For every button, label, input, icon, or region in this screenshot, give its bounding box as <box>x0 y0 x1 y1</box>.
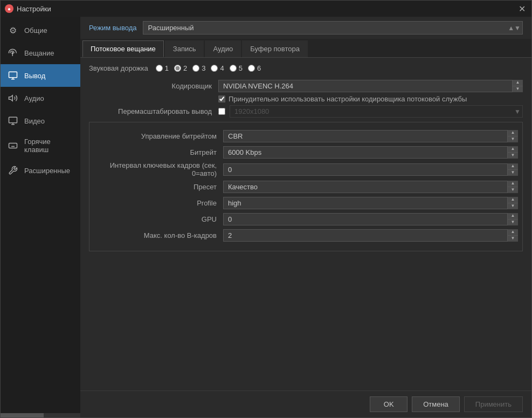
encoder-spin-arrows: ▲ ▼ <box>512 80 523 92</box>
rescale-label: Перемасштабировать вывод <box>89 107 218 115</box>
sidebar-item-advanced[interactable]: Расширенные <box>1 159 80 182</box>
sidebar-item-hotkeys[interactable]: Горячие клавиш <box>1 132 80 159</box>
sidebar-item-output[interactable]: Вывод <box>1 64 80 87</box>
main-area: Режим вывода Простой Расширенный ▲▼ Пото… <box>80 17 531 417</box>
tab-recording[interactable]: Запись <box>165 40 204 57</box>
ok-button[interactable]: OK <box>370 396 407 412</box>
audio-track-5: 5 <box>230 64 243 72</box>
wrench-icon <box>7 165 19 176</box>
preset-up[interactable]: ▲ <box>508 181 518 187</box>
force-encoder-row: Принудительно использовать настройки код… <box>89 95 523 103</box>
close-button[interactable]: ✕ <box>516 3 527 14</box>
profile-down[interactable]: ▼ <box>508 203 518 209</box>
audio-track-4: 4 <box>211 64 224 72</box>
audio-track-radio-1[interactable] <box>156 65 163 72</box>
sidebar-label-general: Общие <box>24 26 47 35</box>
cancel-button[interactable]: Отмена <box>412 396 460 412</box>
rescale-select-wrapper: 1920x1080 1280x720 ▼ <box>230 105 523 118</box>
audio-track-radio-2[interactable] <box>174 65 181 72</box>
audio-track-label-6: 6 <box>257 64 261 72</box>
bitrate-ctrl-down[interactable]: ▼ <box>508 136 518 142</box>
sidebar-item-video[interactable]: Видео <box>1 109 80 132</box>
bframes-spin-arrows: ▲ ▼ <box>507 229 518 242</box>
preset-row: Пресет Качество Производительность Max к… <box>94 180 518 194</box>
audio-track-radio-3[interactable] <box>192 65 199 72</box>
bitrate-spin-wrapper: ▲ ▼ <box>223 146 518 159</box>
gpu-up[interactable]: ▲ <box>508 213 518 220</box>
content-area: ⚙ Общие Вещание <box>1 17 531 417</box>
tab-audio-out[interactable]: Аудио <box>205 40 241 57</box>
settings-window: ● Настройки ✕ ⚙ Общие Вещани <box>0 0 532 418</box>
audio-track-6: 6 <box>248 64 261 72</box>
profile-label: Profile <box>94 199 223 207</box>
preset-down[interactable]: ▼ <box>508 187 518 193</box>
bitrate-input[interactable] <box>223 146 518 159</box>
sidebar-label-output: Вывод <box>24 72 45 80</box>
keyframe-spin-wrapper: ▲ ▼ <box>223 163 518 176</box>
audio-track-radio-6[interactable] <box>248 65 255 72</box>
audio-track-label-5: 5 <box>239 64 243 72</box>
encoder-settings-box: Управление битрейтом CBR VBR CQP ▲ ▼ <box>89 122 523 251</box>
gpu-down[interactable]: ▼ <box>508 220 518 225</box>
keyframe-down[interactable]: ▼ <box>508 170 518 176</box>
audio-track-radio-group: 1 2 3 4 <box>156 64 261 72</box>
svg-rect-9 <box>9 143 17 148</box>
mode-label: Режим вывода <box>89 24 136 32</box>
sidebar-item-audio[interactable]: Аудио <box>1 87 80 109</box>
svg-rect-2 <box>9 72 17 78</box>
rescale-checkbox[interactable] <box>218 108 225 115</box>
profile-arrows: ▲ ▼ <box>507 197 518 209</box>
tab-replay[interactable]: Буфер повтора <box>242 40 308 57</box>
mode-row: Режим вывода Простой Расширенный ▲▼ <box>80 17 531 39</box>
bitrate-ctrl-select[interactable]: CBR VBR CQP <box>223 130 518 142</box>
bitrate-up[interactable]: ▲ <box>508 146 518 153</box>
bframes-row: Макс. кол-во B-кадров ▲ ▼ <box>94 228 518 242</box>
audio-track-label-2: 2 <box>183 64 187 72</box>
preset-arrows: ▲ ▼ <box>507 181 518 193</box>
audio-track-radio-4[interactable] <box>211 65 218 72</box>
keyframe-label: Интервал ключевых кадров (сек, 0=авто) <box>94 161 223 177</box>
bitrate-ctrl-up[interactable]: ▲ <box>508 130 518 136</box>
bframes-input[interactable] <box>223 229 518 242</box>
tab-content-streaming: Звуковая дорожка 1 2 3 <box>80 58 531 390</box>
mode-select[interactable]: Простой Расширенный <box>143 21 523 35</box>
bframes-up[interactable]: ▲ <box>508 229 518 236</box>
audio-track-label-3: 3 <box>202 64 205 72</box>
keyframe-spin-arrows: ▲ ▼ <box>507 163 518 176</box>
encoder-select[interactable]: NVIDIA NVENC H.264 x264 x265 <box>218 80 523 92</box>
video-icon <box>7 115 19 127</box>
rescale-row: Перемасштабировать вывод 1920x1080 1280x… <box>89 105 523 118</box>
sidebar-scrollbar-thumb <box>1 413 44 417</box>
preset-select[interactable]: Качество Производительность Max качество <box>223 181 518 193</box>
keyframe-up[interactable]: ▲ <box>508 163 518 170</box>
audio-track-label: Звуковая дорожка <box>89 64 148 72</box>
encoder-spin-down[interactable]: ▼ <box>513 86 523 92</box>
encoder-row: Кодировщик NVIDIA NVENC H.264 x264 x265 … <box>89 79 523 93</box>
title-bar-left: ● Настройки <box>5 4 51 13</box>
tab-streaming[interactable]: Потоковое вещание <box>82 40 164 57</box>
bframes-label: Макс. кол-во B-кадров <box>94 231 223 239</box>
rescale-select[interactable]: 1920x1080 1280x720 <box>230 105 523 118</box>
sidebar-item-general[interactable]: ⚙ Общие <box>1 19 80 42</box>
gpu-input[interactable] <box>223 213 518 225</box>
bitrate-down[interactable]: ▼ <box>508 153 518 159</box>
encoder-spin-up[interactable]: ▲ <box>513 80 523 86</box>
force-encoder-checkbox[interactable] <box>218 95 225 102</box>
title-bar: ● Настройки ✕ <box>1 1 531 17</box>
apply-button[interactable]: Применить <box>464 396 523 412</box>
bitrate-row: Битрейт ▲ ▼ <box>94 145 518 159</box>
bottom-bar: OK Отмена Применить <box>80 390 531 417</box>
bitrate-ctrl-arrows: ▲ ▼ <box>507 130 518 142</box>
profile-select[interactable]: high main baseline <box>223 197 518 209</box>
profile-up[interactable]: ▲ <box>508 197 518 203</box>
broadcast-icon <box>7 47 19 59</box>
sidebar-item-broadcast[interactable]: Вещание <box>1 42 80 64</box>
gpu-spin-arrows: ▲ ▼ <box>507 213 518 225</box>
sidebar-label-advanced: Расширенные <box>24 167 70 175</box>
keyframe-input[interactable] <box>223 163 518 176</box>
bframes-down[interactable]: ▼ <box>508 236 518 242</box>
keyboard-icon <box>7 140 19 152</box>
gear-icon: ⚙ <box>7 24 19 36</box>
audio-track-radio-5[interactable] <box>230 65 237 72</box>
force-encoder-label: Принудительно использовать настройки код… <box>229 95 467 103</box>
